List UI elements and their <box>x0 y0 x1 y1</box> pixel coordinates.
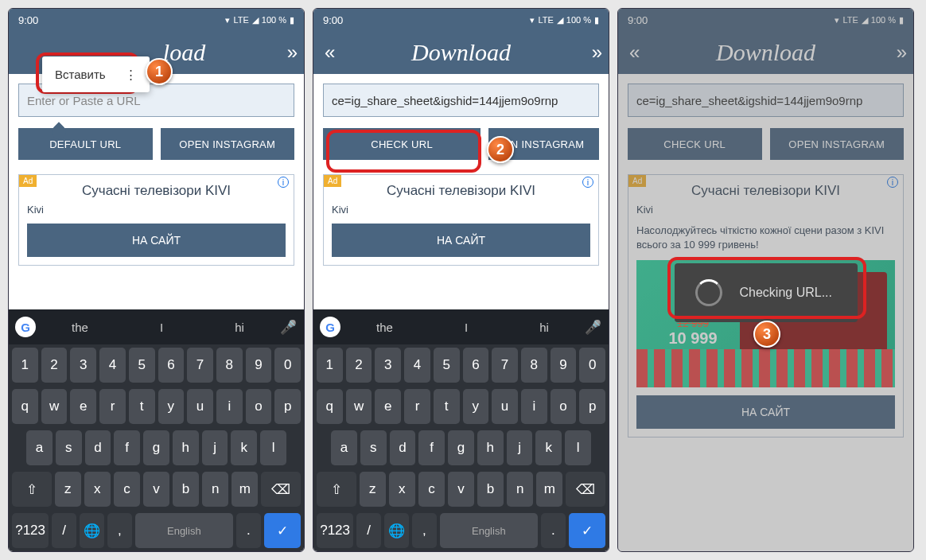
google-icon[interactable]: G <box>15 317 36 337</box>
key-c[interactable]: c <box>114 472 140 507</box>
slash-key[interactable]: / <box>52 513 76 548</box>
ad-banner[interactable]: Ad i Сучасні телевізори KIVI Kivi НА САЙ… <box>323 174 599 266</box>
key-d[interactable]: d <box>85 430 111 465</box>
period-key[interactable]: . <box>236 513 261 548</box>
suggestion[interactable]: I <box>160 321 163 334</box>
backspace-key[interactable]: ⌫ <box>261 472 301 507</box>
key-r[interactable]: r <box>99 389 126 424</box>
check-url-button[interactable]: CHECK URL <box>323 128 481 160</box>
key-n[interactable]: n <box>202 472 228 507</box>
key-v[interactable]: v <box>143 472 169 507</box>
paste-menu-item[interactable]: Вставить <box>55 68 106 81</box>
key-5[interactable]: 5 <box>129 348 155 383</box>
google-icon[interactable]: G <box>320 317 340 337</box>
key-7[interactable]: 7 <box>492 348 518 383</box>
period-key[interactable]: . <box>541 513 566 548</box>
symbols-key[interactable]: ?123 <box>12 513 49 548</box>
key-4[interactable]: 4 <box>99 348 126 383</box>
key-u[interactable]: u <box>187 389 213 424</box>
space-key[interactable]: English <box>135 513 233 548</box>
key-m[interactable]: m <box>536 472 562 507</box>
key-g[interactable]: g <box>448 430 474 465</box>
key-e[interactable]: e <box>70 389 96 424</box>
shift-key[interactable]: ⇧ <box>12 472 52 507</box>
key-u[interactable]: u <box>492 389 518 424</box>
slash-key[interactable]: / <box>356 513 381 548</box>
key-s[interactable]: s <box>56 430 82 465</box>
suggestion[interactable]: I <box>465 321 468 334</box>
key-j[interactable]: j <box>507 430 533 465</box>
key-q[interactable]: q <box>12 389 38 424</box>
ad-cta-button[interactable]: НА САЙТ <box>332 224 590 257</box>
key-g[interactable]: g <box>143 430 169 465</box>
url-input[interactable] <box>323 84 599 117</box>
nav-back-icon[interactable]: « <box>325 41 330 64</box>
key-9[interactable]: 9 <box>246 348 272 383</box>
key-i[interactable]: i <box>521 389 547 424</box>
suggestion[interactable]: hi <box>235 321 244 334</box>
key-2[interactable]: 2 <box>346 348 372 383</box>
comma-key[interactable]: , <box>412 513 437 548</box>
default-url-button[interactable]: DEFAULT URL <box>18 128 153 160</box>
key-6[interactable]: 6 <box>158 348 185 383</box>
key-o[interactable]: o <box>551 389 577 424</box>
key-o[interactable]: o <box>246 389 272 424</box>
key-d[interactable]: d <box>390 430 416 465</box>
key-y[interactable]: y <box>158 389 185 424</box>
key-3[interactable]: 3 <box>375 348 401 383</box>
key-k[interactable]: k <box>535 430 562 465</box>
ad-info-icon[interactable]: i <box>582 177 593 188</box>
key-2[interactable]: 2 <box>41 348 68 383</box>
key-x[interactable]: x <box>389 472 415 507</box>
nav-forward-icon[interactable]: » <box>592 41 597 64</box>
suggestion[interactable]: the <box>72 321 88 334</box>
key-k[interactable]: k <box>231 430 257 465</box>
key-s[interactable]: s <box>360 430 387 465</box>
backspace-key[interactable]: ⌫ <box>566 472 605 507</box>
key-h[interactable]: h <box>477 430 504 465</box>
mic-icon[interactable]: 🎤 <box>280 319 298 336</box>
symbols-key[interactable]: ?123 <box>317 513 353 548</box>
key-l[interactable]: l <box>260 430 286 465</box>
key-1[interactable]: 1 <box>12 348 38 383</box>
mic-icon[interactable]: 🎤 <box>585 319 602 336</box>
enter-key[interactable]: ✓ <box>569 513 605 548</box>
key-a[interactable]: a <box>331 430 357 465</box>
key-p[interactable]: p <box>579 389 605 424</box>
space-key[interactable]: English <box>440 513 538 548</box>
shift-key[interactable]: ⇧ <box>317 472 356 507</box>
more-menu-icon[interactable]: ⋮ <box>125 70 137 80</box>
key-a[interactable]: a <box>26 430 53 465</box>
key-w[interactable]: w <box>346 389 372 424</box>
key-e[interactable]: e <box>375 389 401 424</box>
ad-banner[interactable]: Ad i Сучасні телевізори KIVI Kivi НА САЙ… <box>18 174 294 266</box>
key-c[interactable]: c <box>418 472 445 507</box>
key-t[interactable]: t <box>129 389 155 424</box>
key-j[interactable]: j <box>202 430 228 465</box>
globe-key[interactable]: 🌐 <box>80 513 104 548</box>
key-i[interactable]: i <box>216 389 243 424</box>
key-0[interactable]: 0 <box>579 348 605 383</box>
key-9[interactable]: 9 <box>551 348 577 383</box>
key-0[interactable]: 0 <box>274 348 301 383</box>
key-r[interactable]: r <box>404 389 430 424</box>
key-b[interactable]: b <box>477 472 504 507</box>
key-h[interactable]: h <box>173 430 199 465</box>
open-instagram-button[interactable]: OPEN INSTAGRAM <box>161 128 295 160</box>
nav-forward-icon[interactable]: » <box>287 41 293 64</box>
key-6[interactable]: 6 <box>463 348 489 383</box>
key-z[interactable]: z <box>360 472 386 507</box>
key-n[interactable]: n <box>507 472 533 507</box>
key-8[interactable]: 8 <box>521 348 547 383</box>
globe-key[interactable]: 🌐 <box>384 513 409 548</box>
suggestion[interactable]: hi <box>539 321 549 334</box>
key-y[interactable]: y <box>463 389 489 424</box>
key-8[interactable]: 8 <box>216 348 243 383</box>
key-l[interactable]: l <box>565 430 591 465</box>
key-z[interactable]: z <box>55 472 81 507</box>
key-4[interactable]: 4 <box>404 348 430 383</box>
key-x[interactable]: x <box>84 472 111 507</box>
ad-cta-button[interactable]: НА САЙТ <box>27 224 286 257</box>
key-7[interactable]: 7 <box>187 348 213 383</box>
key-3[interactable]: 3 <box>70 348 96 383</box>
